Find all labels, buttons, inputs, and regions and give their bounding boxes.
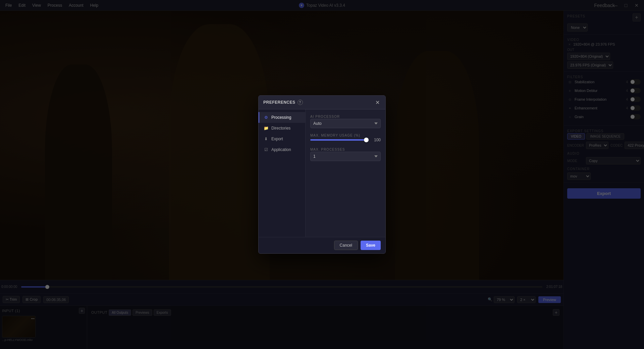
save-button[interactable]: Save [361, 241, 381, 250]
max-processes-select[interactable]: 1 2 4 [310, 152, 381, 161]
ai-processor-label: AI PROCESSOR [310, 115, 340, 118]
preferences-modal: PREFERENCES ? ✕ ⚙ Processing 📁 Directori… [258, 95, 386, 254]
nav-processing-label: Processing [271, 115, 291, 120]
nav-directories[interactable]: 📁 Directories [259, 123, 305, 134]
ai-processor-select[interactable]: Auto GPU 0 - NVIDIA CPU [310, 119, 381, 128]
modal-title: PREFERENCES ? [263, 100, 303, 105]
processing-nav-icon: ⚙ [263, 115, 269, 120]
application-nav-icon: ☑ [263, 147, 269, 152]
memory-slider[interactable] [310, 139, 369, 141]
memory-slider-row: 100 [310, 138, 381, 142]
max-memory-label: MAX. MEMORY USAGE (%) [310, 134, 360, 137]
modal-sidebar: ⚙ Processing 📁 Directories ⬇ Export ☑ Ap… [259, 109, 306, 237]
nav-export-label: Export [271, 137, 283, 141]
max-processes-row: MAX. PROCESSES 1 2 4 [310, 147, 381, 161]
nav-application[interactable]: ☑ Application [259, 144, 305, 155]
nav-directories-label: Directories [271, 126, 290, 131]
modal-header: PREFERENCES ? ✕ [259, 96, 385, 109]
modal-footer: Cancel Save [259, 237, 385, 253]
max-memory-row: MAX. MEMORY USAGE (%) 100 [310, 133, 381, 142]
modal-title-text: PREFERENCES [263, 100, 296, 105]
nav-export[interactable]: ⬇ Export [259, 134, 305, 144]
modal-content: AI PROCESSOR Auto GPU 0 - NVIDIA CPU MAX… [306, 109, 385, 237]
modal-overlay[interactable]: PREFERENCES ? ✕ ⚙ Processing 📁 Directori… [0, 0, 644, 349]
cancel-button[interactable]: Cancel [334, 241, 358, 250]
modal-close-button[interactable]: ✕ [374, 99, 381, 106]
memory-value: 100 [371, 138, 381, 142]
help-icon[interactable]: ? [298, 100, 303, 105]
ai-processor-row: AI PROCESSOR Auto GPU 0 - NVIDIA CPU [310, 114, 381, 128]
export-nav-icon: ⬇ [263, 136, 269, 142]
max-processes-label: MAX. PROCESSES [310, 148, 345, 151]
nav-processing[interactable]: ⚙ Processing [259, 112, 305, 123]
directories-nav-icon: 📁 [263, 126, 269, 131]
nav-application-label: Application [271, 147, 291, 152]
modal-body: ⚙ Processing 📁 Directories ⬇ Export ☑ Ap… [259, 109, 385, 237]
